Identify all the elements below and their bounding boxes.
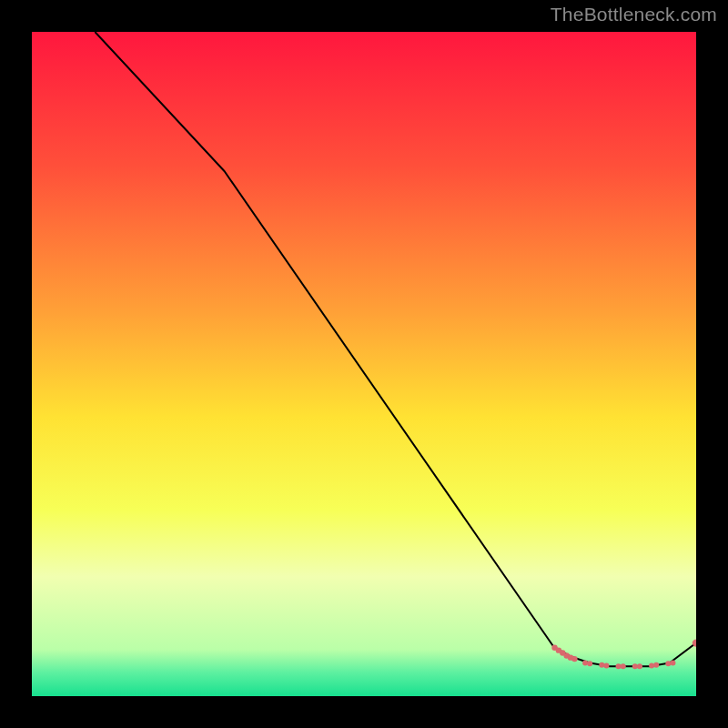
data-point [571, 656, 577, 662]
plot-area [32, 32, 696, 696]
chart-stage: TheBottleneck.com [0, 0, 728, 728]
watermark-text: TheBottleneck.com [551, 4, 717, 25]
data-point [653, 662, 659, 668]
data-point [665, 661, 671, 666]
data-point [587, 661, 592, 666]
data-point [632, 663, 638, 669]
gradient-background [32, 32, 696, 696]
data-point [670, 661, 675, 666]
data-point [582, 661, 588, 666]
data-point [621, 663, 626, 669]
data-point [599, 662, 604, 668]
chart-svg [32, 32, 696, 696]
data-point [603, 662, 609, 668]
data-point [649, 662, 654, 668]
data-point [616, 663, 622, 669]
data-point [637, 663, 642, 669]
